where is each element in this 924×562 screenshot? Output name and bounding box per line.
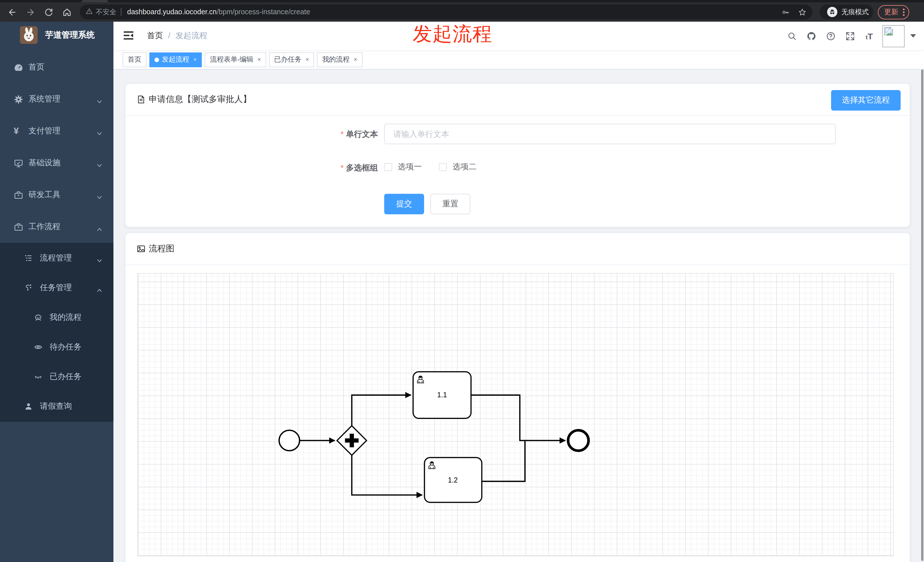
sidebar-item-todo-tasks[interactable]: 待办任务 [0, 332, 113, 362]
form-card-title: 申请信息【测试多审批人】 [149, 94, 251, 105]
active-dot [154, 57, 159, 62]
task-label: 1.1 [437, 391, 447, 399]
url-path: /bpm/process-instance/create [217, 8, 310, 16]
flow-gateway-task1 [352, 395, 411, 426]
chevron-down-icon [97, 97, 102, 102]
page-scrollbar[interactable] [921, 69, 923, 561]
help-icon[interactable] [824, 30, 837, 42]
process-diagram-card: 流程图 [125, 232, 910, 562]
avatar-caret-icon[interactable] [910, 34, 916, 37]
incognito-icon [827, 7, 837, 17]
main-content: 申请信息【测试多审批人】 选择其它流程 *单行文本 *多选框组 选项一 选项二 … [113, 69, 924, 562]
diagram-card-title: 流程图 [149, 243, 174, 254]
sidebar-item-infrastructure[interactable]: 基础设施 [0, 147, 113, 179]
sidebar-submenu: 流程管理 任务管理 我的流程 待办任务 [0, 243, 113, 422]
incognito-badge: 无痕模式 [820, 4, 873, 19]
sidebar: 芋道管理系统 首页 系统管理 ¥ 支付管理 基础设施 [0, 22, 113, 562]
tags-view-bar: 首页 发起流程 × 流程表单-编辑 × 已办任务 × 我的流程 × [113, 50, 924, 69]
sidebar-item-system[interactable]: 系统管理 [0, 83, 113, 115]
flow-task1-end [471, 395, 566, 440]
sidebar-collapse-icon[interactable] [124, 31, 134, 40]
checkbox-option-1[interactable] [384, 163, 392, 171]
sidebar-item-my-process[interactable]: 我的流程 [0, 303, 113, 332]
user-task-1-1[interactable]: 1.1 [413, 372, 471, 418]
image-icon [137, 244, 146, 253]
sidebar-item-leave-query[interactable]: 请假查询 [0, 391, 113, 421]
monitor-icon [14, 157, 24, 169]
chevron-up-icon [97, 224, 102, 229]
flow-task2-join [482, 441, 525, 481]
reload-button[interactable] [43, 6, 54, 18]
forward-button[interactable] [24, 6, 36, 18]
bpmn-diagram: 1.1 1.2 [138, 274, 893, 556]
breadcrumb-current: 发起流程 [176, 31, 207, 41]
tab-process-form-edit[interactable]: 流程表单-编辑 × [205, 52, 266, 67]
yen-icon: ¥ [14, 125, 24, 137]
checkbox-option-1-label: 选项一 [398, 162, 422, 172]
logo-rabbit-image [20, 26, 38, 44]
annotation-title: 发起流程 [413, 21, 492, 47]
skill-branch-icon [24, 283, 34, 293]
avatar[interactable] [882, 25, 904, 47]
sidebar-item-process-mgmt[interactable]: 流程管理 [0, 243, 113, 273]
text-field-label: *单行文本 [125, 129, 378, 139]
eye-icon [34, 342, 44, 352]
back-button[interactable] [6, 6, 18, 18]
url-separator [121, 8, 122, 16]
sidebar-item-payment[interactable]: ¥ 支付管理 [0, 115, 113, 147]
breadcrumb-home[interactable]: 首页 [147, 31, 163, 41]
sidebar-item-done-tasks[interactable]: 已办任务 [0, 362, 113, 391]
flow-gateway-task2 [352, 455, 422, 495]
robot-face-icon [34, 312, 44, 322]
sidebar-item-task-mgmt[interactable]: 任务管理 [0, 273, 113, 303]
browser-menu-icon[interactable] [903, 8, 904, 16]
checkbox-group: 选项一 选项二 [384, 161, 494, 173]
end-event[interactable] [568, 430, 588, 451]
reset-button[interactable]: 重置 [430, 194, 470, 214]
checkbox-group-label: *多选框组 [125, 163, 378, 173]
github-icon[interactable] [805, 30, 818, 42]
sidebar-item-home[interactable]: 首页 [0, 51, 113, 83]
sidebar-item-workflow[interactable]: 工作流程 [0, 211, 113, 243]
browser-tabstrip [0, 0, 924, 2]
home-button[interactable] [61, 6, 72, 18]
tab-home[interactable]: 首页 [123, 52, 147, 67]
tab-my-process[interactable]: 我的流程 × [317, 52, 363, 67]
bookmark-star-icon[interactable] [798, 8, 807, 16]
url-bar[interactable]: 不安全 dashboard.yudao.iocoder.cn/bpm/proce… [80, 4, 812, 19]
dashboard-icon [14, 61, 24, 73]
incognito-label: 无痕模式 [842, 7, 869, 17]
security-warning-icon[interactable] [86, 7, 93, 17]
password-key-icon[interactable] [782, 8, 790, 16]
app-logo[interactable]: 芋道管理系统 [20, 26, 94, 44]
screen: 不安全 dashboard.yudao.iocoder.cn/bpm/proce… [0, 0, 924, 562]
checkbox-option-2[interactable] [439, 163, 447, 171]
single-line-text-input[interactable] [384, 124, 836, 144]
top-navbar: 首页 / 发起流程 ttTT [113, 22, 924, 50]
broken-image-icon [884, 26, 894, 36]
breadcrumb-separator: / [168, 31, 170, 41]
submit-button[interactable]: 提交 [384, 194, 424, 214]
diagram-card-header: 流程图 [125, 233, 910, 265]
browser-update-button[interactable]: 更新 [878, 5, 909, 19]
close-icon[interactable]: × [306, 57, 309, 63]
eye-closed-icon [34, 372, 44, 382]
font-size-icon[interactable]: ttTT [863, 30, 876, 42]
fullscreen-icon[interactable] [844, 30, 856, 42]
sidebar-item-dev-tools[interactable]: 研发工具 [0, 179, 113, 211]
parallel-gateway[interactable] [337, 426, 367, 456]
bpmn-canvas[interactable]: 1.1 1.2 [137, 273, 894, 556]
close-icon[interactable]: × [354, 57, 357, 63]
checkbox-option-2-label: 选项二 [453, 162, 477, 172]
close-icon[interactable]: × [193, 57, 197, 63]
choose-other-process-button[interactable]: 选择其它流程 [831, 90, 901, 111]
tab-done-tasks[interactable]: 已办任务 × [269, 52, 314, 67]
browser-active-tab[interactable] [81, 0, 108, 2]
user-task-1-2[interactable]: 1.2 [424, 457, 482, 502]
tab-start-process[interactable]: 发起流程 × [149, 52, 202, 67]
close-icon[interactable]: × [257, 57, 261, 63]
chevron-up-icon [97, 285, 102, 291]
task-label: 1.2 [448, 476, 458, 484]
start-event[interactable] [279, 430, 300, 451]
search-icon[interactable] [786, 30, 798, 42]
